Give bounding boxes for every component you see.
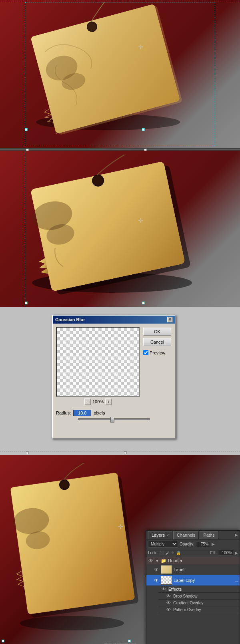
lock-transparent-icon[interactable]: ⬛: [159, 551, 164, 555]
crosshair-1: ✛: [138, 43, 143, 51]
ok-button[interactable]: OK: [143, 328, 171, 336]
opacity-label: Opacity:: [180, 542, 194, 546]
lock-position-icon[interactable]: ✛: [171, 551, 174, 555]
tab-channels-label: Channels: [177, 533, 195, 537]
preview-label: Preview: [150, 350, 165, 355]
opacity-arrow[interactable]: ▶: [212, 542, 215, 546]
handle-bl: [25, 128, 28, 131]
pattern-overlay-label: Pattern Overlay: [173, 608, 201, 612]
canvas-section-1: ✛: [0, 0, 240, 148]
tab-layers-label: Layers: [152, 533, 165, 537]
gradient-overlay-eye[interactable]: 👁: [166, 600, 171, 605]
effects-label: Effects: [168, 587, 182, 592]
handle-br: [142, 128, 145, 131]
slider-row: [53, 418, 175, 423]
radius-row: Radius: pixels: [53, 408, 175, 418]
handle-s3-bl: [2, 640, 4, 642]
preview-checkbox[interactable]: [143, 350, 148, 355]
layer-group-header[interactable]: 👁 ▼ 📁 Header: [146, 557, 240, 564]
drop-shadow-label: Drop Shadow: [173, 594, 198, 598]
fill-arrow[interactable]: ▶: [235, 551, 238, 555]
paper-tag-1: [20, 2, 212, 138]
fill-input[interactable]: [218, 550, 233, 556]
blend-mode-select[interactable]: Multiply Normal Screen Overlay: [148, 541, 178, 547]
watermark: www.missyuan.com: [104, 642, 136, 644]
svg-point-14: [20, 616, 124, 630]
effect-drop-shadow[interactable]: 👁 Drop Shadow: [158, 593, 240, 600]
gradient-overlay-label: Gradient Overlay: [173, 601, 204, 605]
layer-row-label[interactable]: 👁 Label: [146, 564, 240, 575]
handle-bottom-r: [142, 302, 145, 304]
opacity-input[interactable]: [196, 541, 210, 547]
layer-labelcopy-eye[interactable]: 👁: [154, 578, 159, 583]
dialog-section: Gaussian Blur ✕ − 100% + OK Cancel: [0, 307, 240, 455]
zoom-controls: − 100% +: [56, 398, 140, 405]
paper-tag-3: [8, 463, 136, 635]
layer-row-label-copy[interactable]: 👁 Label copy ...: [146, 575, 240, 586]
group-eye-icon[interactable]: 👁: [148, 558, 154, 564]
dialog-close-button[interactable]: ✕: [167, 317, 173, 322]
ruler-line-dialog: [0, 451, 240, 452]
effects-eye[interactable]: 👁: [162, 587, 166, 592]
dialog-preview-area: − 100% +: [56, 327, 140, 405]
layer-label-thumb: [161, 565, 172, 574]
radius-label: Radius:: [56, 411, 71, 415]
drop-shadow-eye[interactable]: 👁: [166, 594, 171, 598]
tab-paths-label: Paths: [203, 533, 214, 537]
fill-label: Fill:: [210, 551, 216, 555]
group-folder-icon: 📁: [161, 558, 166, 564]
crosshair-2: ✛: [138, 217, 143, 224]
pattern-overlay-eye[interactable]: 👁: [166, 607, 171, 612]
zoom-in-button[interactable]: +: [105, 398, 112, 405]
panel-expand-button[interactable]: ▶: [235, 533, 238, 537]
tab-channels[interactable]: Channels: [173, 531, 199, 539]
radius-unit: pixels: [94, 411, 105, 415]
crosshair-3: ✛: [118, 523, 123, 531]
layers-list: 👁 ▼ 📁 Header 👁 Label 👁 Label copy ...: [146, 557, 240, 628]
radius-input[interactable]: [73, 410, 91, 416]
effects-section: 👁 Effects 👁 Drop Shadow 👁 Gradient Overl…: [146, 586, 240, 613]
radius-slider-thumb[interactable]: [110, 417, 114, 423]
dialog-body: − 100% + OK Cancel Preview: [53, 324, 175, 408]
group-header-name: Header: [168, 558, 182, 563]
effects-header[interactable]: 👁 Effects: [158, 586, 240, 593]
radius-slider-track[interactable]: [78, 419, 150, 420]
preview-checkbox-row: Preview: [143, 350, 171, 355]
zoom-level-label: 100%: [92, 399, 104, 404]
tab-layers-close[interactable]: ×: [166, 533, 169, 537]
lock-fill-row: Lock: ⬛ 🖌 ✛ 🔒 Fill: ▶: [146, 549, 240, 557]
canvas-section-3: ✛ Layers × Channels Paths ▶ Multiply Nor…: [0, 455, 240, 644]
lock-label: Lock:: [148, 551, 158, 555]
canvas-section-2: ✛: [0, 151, 240, 307]
ruler-tick-l: [26, 451, 29, 454]
lock-image-icon[interactable]: 🖌: [166, 551, 170, 555]
layer-labelcopy-name: Label copy: [174, 578, 233, 583]
dialog-titlebar: Gaussian Blur ✕: [53, 316, 175, 324]
layer-label-name: Label: [174, 567, 238, 572]
gaussian-blur-dialog[interactable]: Gaussian Blur ✕ − 100% + OK Cancel: [52, 315, 176, 439]
layers-panel: Layers × Channels Paths ▶ Multiply Norma…: [146, 530, 240, 644]
group-expand-arrow[interactable]: ▼: [155, 559, 159, 563]
dialog-right-controls: OK Cancel Preview: [143, 327, 171, 405]
tab-layers[interactable]: Layers ×: [148, 531, 172, 539]
effect-gradient-overlay[interactable]: 👁 Gradient Overlay: [158, 600, 240, 606]
effect-pattern-overlay[interactable]: 👁 Pattern Overlay: [158, 606, 240, 613]
layer-options-button[interactable]: ...: [235, 578, 238, 583]
layer-label-eye[interactable]: 👁: [154, 567, 159, 572]
layer-labelcopy-thumb: [161, 576, 172, 585]
tab-paths[interactable]: Paths: [200, 531, 218, 539]
blend-opacity-row: Multiply Normal Screen Overlay Opacity: …: [146, 539, 240, 549]
cancel-button[interactable]: Cancel: [143, 338, 171, 346]
handle-bottom-l: [25, 302, 28, 304]
ruler-tick-r: [124, 451, 127, 454]
layers-tab-bar: Layers × Channels Paths ▶: [146, 531, 240, 539]
paper-tag-2: [16, 155, 216, 299]
preview-canvas: [56, 327, 140, 397]
dialog-title: Gaussian Blur: [55, 317, 85, 322]
dashed-line-top-1: [0, 1, 240, 1]
zoom-out-button[interactable]: −: [84, 398, 91, 405]
lock-all-icon[interactable]: 🔒: [176, 551, 181, 555]
